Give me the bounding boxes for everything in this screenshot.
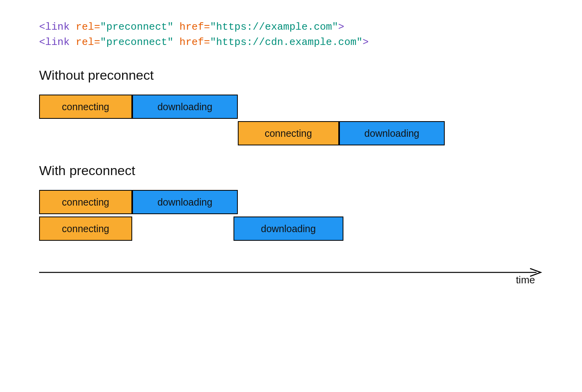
table-row: connectingdownloading xyxy=(39,95,543,119)
code-val-href: "https://example.com" xyxy=(210,21,338,33)
timeline-with: connectingdownloadingconnectingdownloadi… xyxy=(39,190,543,241)
section-title-with: With preconnect xyxy=(39,163,543,178)
code-attr-href: href= xyxy=(173,36,210,48)
timeline-without: connectingdownloadingconnectingdownloadi… xyxy=(39,95,543,145)
code-line-2: <link rel="preconnect" href="https://cdn… xyxy=(39,35,543,50)
code-val-href: "https://cdn.example.com" xyxy=(210,36,363,48)
downloading-bar: downloading xyxy=(234,217,343,241)
code-tag-close: > xyxy=(363,36,369,48)
connecting-bar: connecting xyxy=(238,121,339,145)
code-val-rel: "preconnect" xyxy=(100,21,173,33)
section-title-without: Without preconnect xyxy=(39,68,543,83)
connecting-bar: connecting xyxy=(39,190,132,214)
time-axis: time xyxy=(39,262,543,286)
table-row: connectingdownloading xyxy=(39,217,543,241)
table-row: connectingdownloading xyxy=(39,190,543,214)
downloading-bar: downloading xyxy=(132,95,238,119)
axis-label-time: time xyxy=(516,274,535,286)
code-attr-rel: rel= xyxy=(70,21,100,33)
code-line-1: <link rel="preconnect" href="https://exa… xyxy=(39,20,543,35)
code-tag-open: <link xyxy=(39,21,70,33)
table-row: connectingdownloading xyxy=(39,121,543,145)
downloading-bar: downloading xyxy=(339,121,445,145)
connecting-bar: connecting xyxy=(39,95,132,119)
code-tag-open: <link xyxy=(39,36,70,48)
downloading-bar: downloading xyxy=(132,190,238,214)
code-tag-close: > xyxy=(338,21,345,33)
code-val-rel: "preconnect" xyxy=(100,36,173,48)
code-attr-href: href= xyxy=(173,21,210,33)
connecting-bar: connecting xyxy=(39,217,132,241)
code-attr-rel: rel= xyxy=(70,36,100,48)
